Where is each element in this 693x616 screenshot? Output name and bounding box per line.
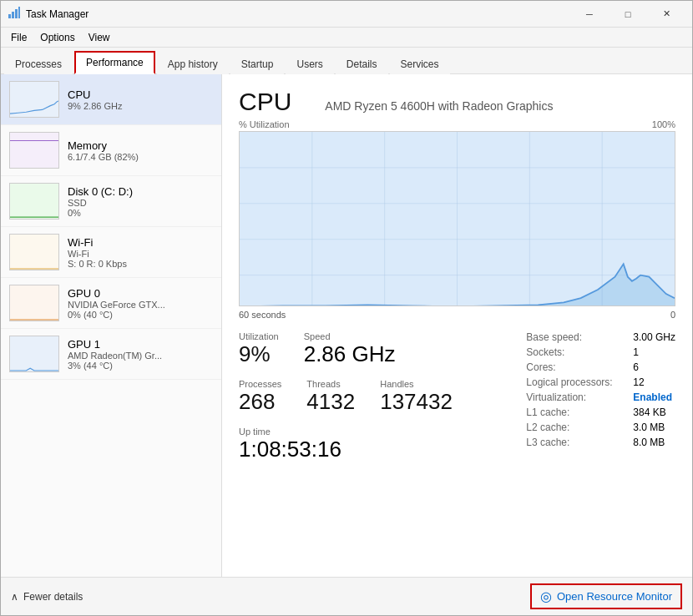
virtualization-label: Virtualization: xyxy=(526,391,626,403)
resource-monitor-icon: ◎ xyxy=(540,588,552,604)
task-manager-window: Task Manager ─ □ ✕ File Options View Pro… xyxy=(0,0,693,616)
l1-cache-value: 384 KB xyxy=(633,406,665,418)
sidebar-item-gpu1[interactable]: GPU 1 AMD Radeon(TM) Gr... 3% (44 °C) xyxy=(1,329,221,380)
right-specs: Base speed: 3.00 GHz Sockets: 1 Cores: 6 xyxy=(526,331,675,462)
uptime-label: Up time xyxy=(239,427,526,437)
memory-thumbnail xyxy=(9,132,59,169)
handles-block: Handles 137432 xyxy=(380,379,453,415)
app-icon xyxy=(8,6,21,22)
l3-cache-row: L3 cache: 8.0 MB xyxy=(526,437,675,448)
svg-rect-7 xyxy=(10,235,58,270)
detail-title: CPU xyxy=(239,88,291,116)
sidebar-item-memory[interactable]: Memory 6.1/7.4 GB (82%) xyxy=(1,125,221,176)
memory-name: Memory xyxy=(68,139,213,152)
virtualization-value: Enabled xyxy=(633,391,672,403)
disk-sub1: SSD xyxy=(68,198,213,208)
sockets-label: Sockets: xyxy=(526,346,626,358)
title-bar-left: Task Manager xyxy=(8,6,89,22)
gpu0-name: GPU 0 xyxy=(68,287,213,300)
svg-rect-0 xyxy=(8,14,11,18)
main-content: CPU 9% 2.86 GHz Memory 6.1/7.4 GB (82%) xyxy=(1,74,692,577)
utilization-value: 9% xyxy=(239,341,279,367)
menu-options[interactable]: Options xyxy=(33,30,81,45)
gpu1-sub2: 3% (44 °C) xyxy=(68,361,213,371)
tab-app-history[interactable]: App history xyxy=(157,53,229,74)
utilization-block: Utilization 9% xyxy=(239,331,279,367)
cpu-thumbnail xyxy=(9,81,59,118)
tab-services[interactable]: Services xyxy=(390,53,450,74)
tab-processes[interactable]: Processes xyxy=(4,53,73,74)
menu-file[interactable]: File xyxy=(4,30,33,45)
y-axis-label: % Utilization xyxy=(239,119,290,129)
wifi-name: Wi-Fi xyxy=(68,236,213,249)
open-resource-monitor-button[interactable]: ◎ Open Resource Monitor xyxy=(530,583,682,609)
gpu1-thumbnail xyxy=(9,336,59,372)
processes-value: 268 xyxy=(239,389,281,415)
open-resource-monitor-label: Open Resource Monitor xyxy=(557,590,672,603)
utilization-speed-row: Utilization 9% Speed 2.86 GHz xyxy=(239,331,526,367)
gpu0-sub2: 0% (40 °C) xyxy=(68,310,213,320)
disk-name: Disk 0 (C: D:) xyxy=(68,185,213,198)
svg-rect-5 xyxy=(10,133,58,168)
bottom-stats-section: Utilization 9% Speed 2.86 GHz Processes … xyxy=(239,331,675,462)
tab-performance[interactable]: Performance xyxy=(74,51,155,74)
window-title: Task Manager xyxy=(26,8,89,20)
svg-rect-4 xyxy=(10,82,58,117)
fewer-details-label: Fewer details xyxy=(23,591,83,603)
close-button[interactable]: ✕ xyxy=(647,6,685,23)
base-speed-label: Base speed: xyxy=(526,331,626,343)
sidebar-item-disk[interactable]: Disk 0 (C: D:) SSD 0% xyxy=(1,176,221,227)
sidebar-item-cpu[interactable]: CPU 9% 2.86 GHz xyxy=(1,74,221,125)
disk-thumbnail xyxy=(9,183,59,220)
right-col-labels: Base speed: 3.00 GHz Sockets: 1 Cores: 6 xyxy=(526,331,675,462)
uptime-block: Up time 1:08:53:16 xyxy=(239,427,526,462)
l1-cache-row: L1 cache: 384 KB xyxy=(526,406,675,418)
l1-cache-label: L1 cache: xyxy=(526,406,626,418)
gpu1-sidebar-info: GPU 1 AMD Radeon(TM) Gr... 3% (44 °C) xyxy=(68,338,213,371)
wifi-sub1: Wi-Fi xyxy=(68,249,213,259)
footer: ∧ Fewer details ◎ Open Resource Monitor xyxy=(1,577,692,615)
minimize-button[interactable]: ─ xyxy=(570,6,609,23)
cpu-sidebar-info: CPU 9% 2.86 GHz xyxy=(68,88,213,111)
tab-users[interactable]: Users xyxy=(286,53,333,74)
cpu-sub1: 9% 2.86 GHz xyxy=(68,101,213,111)
virtualization-row: Virtualization: Enabled xyxy=(526,391,675,403)
sockets-value: 1 xyxy=(633,346,639,358)
detail-header: CPU AMD Ryzen 5 4600H with Radeon Graphi… xyxy=(239,88,675,116)
time-end: 0 xyxy=(670,310,675,320)
base-speed-row: Base speed: 3.00 GHz xyxy=(526,331,675,343)
handles-label: Handles xyxy=(380,379,453,389)
uptime-value: 1:08:53:16 xyxy=(239,437,526,462)
menu-bar: File Options View xyxy=(1,28,692,48)
sidebar: CPU 9% 2.86 GHz Memory 6.1/7.4 GB (82%) xyxy=(1,74,222,577)
left-stats: Utilization 9% Speed 2.86 GHz Processes … xyxy=(239,331,526,462)
cores-value: 6 xyxy=(633,361,639,373)
maximize-button[interactable]: □ xyxy=(609,6,647,23)
sidebar-item-wifi[interactable]: Wi-Fi Wi-Fi S: 0 R: 0 Kbps xyxy=(1,227,221,278)
sockets-row: Sockets: 1 xyxy=(526,346,675,358)
tab-startup[interactable]: Startup xyxy=(230,53,285,74)
wifi-thumbnail xyxy=(9,234,59,270)
gpu0-thumbnail xyxy=(9,285,59,321)
speed-label: Speed xyxy=(304,331,396,341)
l2-cache-value: 3.0 MB xyxy=(633,422,665,433)
logical-processors-row: Logical processors: 12 xyxy=(526,376,675,388)
fewer-details-button[interactable]: ∧ Fewer details xyxy=(11,591,83,603)
disk-sub2: 0% xyxy=(68,208,213,218)
cores-row: Cores: 6 xyxy=(526,361,675,373)
tab-details[interactable]: Details xyxy=(336,53,388,74)
menu-view[interactable]: View xyxy=(82,30,117,45)
handles-value: 137432 xyxy=(380,389,453,415)
chevron-up-icon: ∧ xyxy=(11,591,18,603)
base-speed-value: 3.00 GHz xyxy=(633,331,675,343)
gpu0-sidebar-info: GPU 0 NVIDIA GeForce GTX... 0% (40 °C) xyxy=(68,287,213,320)
processes-threads-handles-row: Processes 268 Threads 4132 Handles 13743… xyxy=(239,379,526,415)
svg-rect-3 xyxy=(18,7,20,18)
title-bar: Task Manager ─ □ ✕ xyxy=(1,1,692,28)
sidebar-item-gpu0[interactable]: GPU 0 NVIDIA GeForce GTX... 0% (40 °C) xyxy=(1,278,221,329)
svg-rect-8 xyxy=(10,285,58,321)
svg-rect-6 xyxy=(10,184,58,219)
l3-cache-value: 8.0 MB xyxy=(633,437,665,448)
svg-rect-9 xyxy=(10,336,58,371)
processes-block: Processes 268 xyxy=(239,379,281,415)
